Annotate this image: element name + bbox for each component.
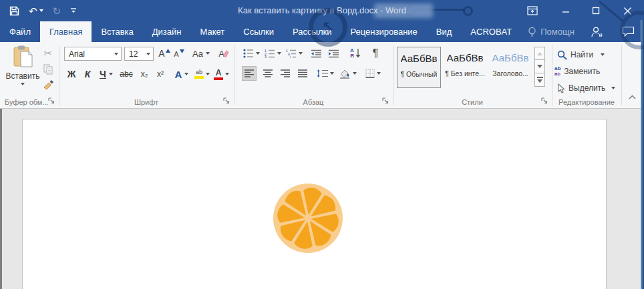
text-effects-caret[interactable]	[183, 67, 190, 81]
bold-button[interactable]: Ж	[65, 67, 77, 81]
font-color-bar	[214, 77, 223, 80]
font-color-caret[interactable]	[224, 67, 230, 81]
numbering-caret[interactable]	[276, 47, 283, 60]
change-case-button[interactable]: Аа	[191, 47, 211, 60]
multilevel-list-button[interactable]: 1ai	[285, 47, 298, 60]
grow-font-button[interactable]: А	[158, 47, 171, 60]
highlight-color-button[interactable]: ab	[192, 67, 206, 81]
align-center-button[interactable]	[261, 66, 275, 81]
clipboard-dialog-launcher-icon[interactable]	[48, 97, 56, 105]
word-window: ↶ ↻ Как вставить картинку в Ворд.docx - …	[0, 0, 644, 289]
style-normal[interactable]: АаБбВв ¶ Обычный	[397, 47, 441, 88]
svg-text:i: i	[290, 55, 291, 58]
strikethrough-button[interactable]: abc	[118, 67, 135, 81]
paste-clipboard-icon	[12, 45, 33, 69]
watermark-blur-patch	[374, 3, 433, 18]
document-area[interactable]	[0, 109, 644, 289]
styles-group-label: Стили	[393, 98, 552, 106]
underline-dropdown-caret[interactable]	[108, 67, 114, 81]
cursor-arrow-icon	[557, 83, 565, 93]
bullets-button[interactable]	[242, 47, 255, 60]
style-heading1[interactable]: АаБбВв Заголово...	[488, 47, 532, 88]
tab-design[interactable]: Дизайн	[143, 21, 191, 42]
watermark-dot	[463, 6, 473, 16]
tab-acrobat[interactable]: ACROBAT	[461, 21, 521, 42]
styles-scroll-up-button[interactable]	[534, 47, 545, 60]
minimize-button[interactable]	[554, 0, 577, 21]
styles-dialog-launcher-icon[interactable]	[541, 97, 549, 105]
font-name-combobox[interactable]: Arial	[64, 47, 122, 61]
show-marks-button[interactable]: ¶	[369, 45, 382, 61]
shrink-font-button[interactable]: А	[173, 48, 185, 60]
copy-icon[interactable]	[41, 63, 55, 75]
ribbon-display-options-button[interactable]	[521, 0, 544, 21]
orange-slice-image[interactable]	[273, 183, 343, 254]
replace-icon: ab ac	[554, 66, 560, 77]
style-no-spacing[interactable]: АаБбВв ¶ Без инте...	[443, 47, 487, 88]
window-left-edge	[0, 109, 2, 289]
svg-text:3: 3	[265, 55, 267, 58]
tab-file[interactable]: Файл	[0, 21, 40, 42]
styles-scroll-down-button[interactable]	[534, 60, 545, 73]
lightbulb-icon	[528, 27, 536, 37]
align-left-button[interactable]	[242, 66, 257, 81]
collapse-ribbon-chevron-icon[interactable]	[625, 91, 639, 102]
undo-button[interactable]: ↶	[29, 6, 43, 16]
italic-button[interactable]: К	[82, 67, 94, 81]
tab-insert[interactable]: Вставка	[92, 21, 142, 42]
highlight-color-bar	[194, 76, 204, 79]
cut-icon[interactable]: ✂	[41, 47, 55, 59]
clear-formatting-button[interactable]: А	[216, 47, 231, 60]
paragraph-dialog-launcher-icon[interactable]	[382, 97, 390, 105]
quick-access-toolbar: ↶ ↻	[9, 0, 77, 21]
replace-button[interactable]: ab ac Заменить	[554, 64, 600, 79]
font-size-combobox[interactable]: 12	[124, 47, 154, 61]
editing-group-label: Редактирование	[552, 98, 621, 106]
font-dialog-launcher-icon[interactable]	[223, 97, 231, 105]
tab-layout[interactable]: Макет	[190, 21, 234, 42]
search-icon	[557, 50, 567, 60]
tab-home[interactable]: Главная	[40, 21, 92, 42]
numbering-button[interactable]: 123	[263, 47, 277, 60]
multilevel-caret[interactable]	[297, 47, 304, 60]
watermark-cursor-logo: ↖	[309, 8, 347, 47]
subscript-button[interactable]: х₂	[138, 67, 151, 81]
styles-gallery-scroll	[534, 47, 545, 87]
shading-button[interactable]	[339, 66, 357, 81]
align-right-button[interactable]	[278, 66, 293, 81]
styles-more-button[interactable]	[534, 73, 545, 87]
bullets-caret[interactable]	[255, 47, 261, 60]
customize-qat-icon[interactable]	[70, 7, 77, 14]
ribbon: Вставить ✂ Буфер обм... Arial 12 А А Аа	[0, 42, 644, 109]
line-spacing-button[interactable]	[317, 66, 334, 81]
highlight-caret[interactable]	[204, 67, 211, 81]
find-button[interactable]: Найти	[557, 47, 605, 62]
borders-button[interactable]	[363, 66, 382, 81]
justify-button[interactable]	[295, 66, 310, 81]
format-painter-icon[interactable]	[41, 79, 55, 91]
tab-references[interactable]: Ссылки	[234, 21, 283, 42]
decrease-indent-button[interactable]	[309, 47, 323, 60]
maximize-button[interactable]	[585, 0, 607, 21]
tell-me-box[interactable]: Помощн	[521, 21, 581, 42]
paste-dropdown-caret[interactable]	[21, 83, 25, 85]
tab-review[interactable]: Рецензирование	[341, 21, 426, 42]
paragraph-group-label: Абзац	[234, 98, 393, 106]
paste-label: Вставить	[6, 71, 40, 81]
increase-indent-button[interactable]	[326, 47, 341, 60]
font-group-label: Шрифт	[59, 98, 234, 106]
clipboard-group-label: Буфер обм...	[5, 98, 49, 106]
redo-button[interactable]: ↻	[53, 6, 61, 16]
sort-button[interactable]: А Я	[347, 45, 363, 61]
superscript-button[interactable]: х²	[154, 67, 167, 81]
font-color-button[interactable]: А	[212, 67, 224, 81]
tab-view[interactable]: Вид	[427, 21, 462, 42]
share-person-icon[interactable]	[590, 26, 603, 38]
document-page[interactable]	[22, 119, 607, 289]
save-icon[interactable]	[9, 6, 19, 16]
window-right-edge	[641, 20, 644, 289]
select-button[interactable]: Выделить	[557, 81, 615, 95]
paste-button[interactable]: Вставить	[4, 45, 41, 96]
